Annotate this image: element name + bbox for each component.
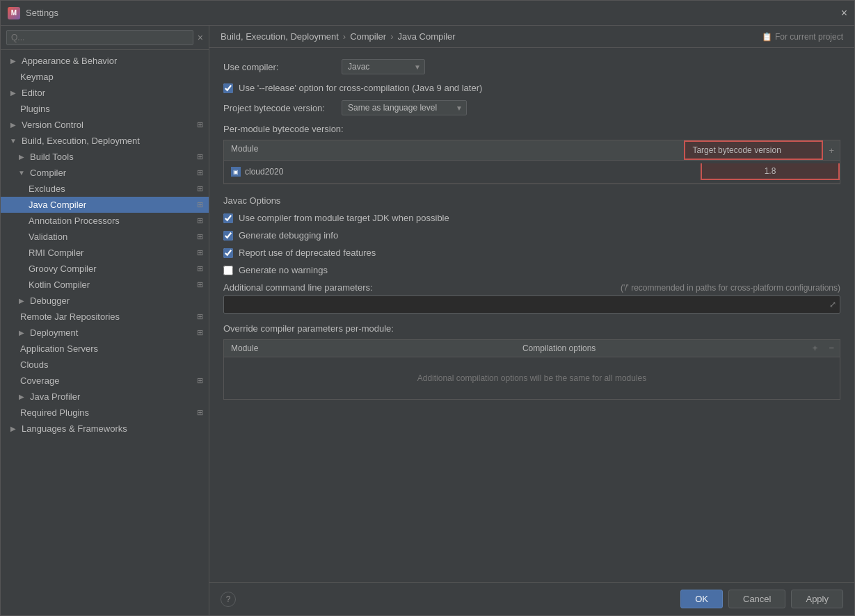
- search-clear-icon[interactable]: ×: [198, 32, 203, 43]
- add-override-button[interactable]: +: [807, 340, 824, 357]
- sidebar-item-excludes[interactable]: Excludes ⊞: [1, 181, 209, 197]
- use-compiler-row: Use compiler: Javac Eclipse Ajc ▼: [223, 59, 840, 74]
- sidebar-item-java-profiler[interactable]: ▶ Java Profiler: [1, 389, 209, 405]
- window-title: Settings: [26, 8, 58, 18]
- generate-debug-checkbox[interactable]: [223, 231, 233, 241]
- release-option-checkbox[interactable]: [223, 83, 233, 93]
- sidebar-item-plugins[interactable]: Plugins: [1, 101, 209, 117]
- settings-window: M Settings × × ▶ Appearance & Behavior K…: [0, 0, 855, 616]
- sidebar-label: Validation: [29, 232, 67, 242]
- close-button[interactable]: ×: [841, 8, 847, 19]
- for-project-label: For current project: [775, 32, 843, 42]
- sidebar-item-validation[interactable]: Validation ⊞: [1, 229, 209, 245]
- breadcrumb-sep-1: ›: [343, 31, 346, 42]
- external-icon: ⊞: [193, 408, 203, 417]
- report-deprecated-label[interactable]: Report use of deprecated features: [239, 248, 376, 258]
- javac-options-title: Javac Options: [223, 195, 840, 206]
- sidebar-item-annotation-processors[interactable]: Annotation Processors ⊞: [1, 213, 209, 229]
- sidebar-item-app-servers[interactable]: Application Servers: [1, 341, 209, 357]
- title-bar-left: M Settings: [8, 7, 58, 19]
- breadcrumb-part-3: Java Compiler: [398, 31, 456, 42]
- external-icon: ⊞: [193, 376, 203, 385]
- arrow-icon: ▶: [17, 153, 26, 161]
- apply-button[interactable]: Apply: [791, 590, 843, 608]
- cmd-line-input[interactable]: [223, 295, 840, 314]
- footer: ? OK Cancel Apply: [209, 582, 854, 615]
- sidebar-item-java-compiler[interactable]: Java Compiler ⊞: [1, 197, 209, 213]
- use-module-target-label[interactable]: Use compiler from module target JDK when…: [239, 213, 449, 223]
- expand-icon[interactable]: ⤢: [829, 300, 836, 309]
- footer-right: OK Cancel Apply: [680, 590, 843, 608]
- arrow-icon: ▼: [17, 169, 26, 177]
- main-content: Build, Execution, Deployment › Compiler …: [209, 26, 854, 615]
- generate-no-warnings-checkbox[interactable]: [223, 266, 233, 275]
- release-option-row: Use '--release' option for cross-compila…: [223, 83, 840, 93]
- module-name-cell: ▣ cloud2020: [224, 164, 701, 179]
- sidebar-label: Languages & Frameworks: [22, 423, 127, 434]
- external-icon: ⊞: [193, 120, 203, 129]
- add-module-button[interactable]: +: [823, 140, 840, 160]
- report-deprecated-checkbox[interactable]: [223, 248, 233, 258]
- search-input[interactable]: [6, 30, 193, 45]
- sidebar-label: Annotation Processors: [29, 216, 120, 226]
- module-folder-icon: ▣: [231, 167, 241, 177]
- sidebar-item-clouds[interactable]: Clouds: [1, 357, 209, 373]
- table-header: Module Target bytecode version +: [224, 140, 840, 161]
- use-module-target-checkbox[interactable]: [223, 213, 233, 223]
- cmd-input-wrapper: ⤢: [223, 295, 840, 314]
- arrow-icon: ▶: [17, 393, 26, 401]
- bytecode-select[interactable]: Same as language level 1.6 1.7 1.8 11: [342, 100, 467, 115]
- sidebar-item-remote-jar[interactable]: Remote Jar Repositories ⊞: [1, 309, 209, 325]
- cancel-button[interactable]: Cancel: [728, 590, 785, 608]
- content-area: Use compiler: Javac Eclipse Ajc ▼ Use '-…: [209, 48, 854, 582]
- additional-cmd-label: Additional command line parameters:: [223, 282, 373, 293]
- release-option-label[interactable]: Use '--release' option for cross-compila…: [239, 83, 482, 93]
- compiler-select-wrapper: Javac Eclipse Ajc ▼: [342, 59, 425, 74]
- override-empty-text: Additional compilation options will be t…: [224, 357, 840, 399]
- remove-override-button[interactable]: −: [823, 340, 840, 357]
- help-button[interactable]: ?: [221, 592, 236, 607]
- external-icon: ⊞: [193, 264, 203, 273]
- sidebar-item-deployment[interactable]: ▶ Deployment ⊞: [1, 325, 209, 341]
- sidebar-label: Build Tools: [30, 152, 74, 162]
- sidebar-label: Remote Jar Repositories: [20, 311, 120, 322]
- sidebar-item-debugger[interactable]: ▶ Debugger: [1, 293, 209, 309]
- sidebar-item-groovy-compiler[interactable]: Groovy Compiler ⊞: [1, 261, 209, 277]
- sidebar-item-rmi-compiler[interactable]: RMI Compiler ⊞: [1, 245, 209, 261]
- override-header: Module Compilation options + −: [224, 340, 840, 357]
- breadcrumb: Build, Execution, Deployment › Compiler …: [221, 31, 456, 42]
- generate-no-warnings-label[interactable]: Generate no warnings: [239, 265, 328, 275]
- sidebar-item-required-plugins[interactable]: Required Plugins ⊞: [1, 405, 209, 421]
- table-row[interactable]: ▣ cloud2020 1.8: [224, 161, 840, 184]
- sidebar-label: Groovy Compiler: [29, 264, 97, 274]
- external-icon: ⊞: [193, 168, 203, 177]
- override-module-col: Module: [224, 340, 516, 357]
- bytecode-select-wrapper: Same as language level 1.6 1.7 1.8 11 ▼: [342, 100, 467, 115]
- sidebar-item-kotlin-compiler[interactable]: Kotlin Compiler ⊞: [1, 277, 209, 293]
- sidebar-item-version-control[interactable]: ▶ Version Control ⊞: [1, 117, 209, 133]
- generate-debug-label[interactable]: Generate debugging info: [239, 230, 338, 241]
- sidebar-item-compiler[interactable]: ▼ Compiler ⊞: [1, 165, 209, 181]
- sidebar-item-build-execution[interactable]: ▼ Build, Execution, Deployment: [1, 133, 209, 149]
- override-table: Module Compilation options + − Additiona…: [223, 339, 840, 400]
- sidebar-label: Editor: [22, 88, 45, 98]
- version-cell[interactable]: 1.8: [701, 163, 840, 180]
- sidebar-item-build-tools[interactable]: ▶ Build Tools ⊞: [1, 149, 209, 165]
- arrow-icon: ▼: [9, 137, 17, 145]
- sidebar-item-coverage[interactable]: Coverage ⊞: [1, 373, 209, 389]
- sidebar-label: Excludes: [29, 184, 65, 194]
- sidebar-item-editor[interactable]: ▶ Editor: [1, 85, 209, 101]
- breadcrumb-part-2: Compiler: [350, 31, 386, 42]
- for-project: 📋 For current project: [762, 32, 843, 42]
- sidebar-item-languages-frameworks[interactable]: ▶ Languages & Frameworks: [1, 421, 209, 437]
- external-icon: ⊞: [193, 184, 203, 193]
- ok-button[interactable]: OK: [680, 590, 723, 608]
- sidebar-label: Debugger: [30, 295, 70, 306]
- sidebar-label: Clouds: [20, 359, 48, 370]
- sidebar-item-appearance[interactable]: ▶ Appearance & Behavior: [1, 53, 209, 69]
- title-bar: M Settings ×: [1, 1, 854, 26]
- compiler-select[interactable]: Javac Eclipse Ajc: [342, 59, 425, 74]
- breadcrumb-bar: Build, Execution, Deployment › Compiler …: [209, 26, 854, 48]
- sidebar-label: Plugins: [20, 104, 50, 114]
- sidebar-item-keymap[interactable]: Keymap: [1, 69, 209, 85]
